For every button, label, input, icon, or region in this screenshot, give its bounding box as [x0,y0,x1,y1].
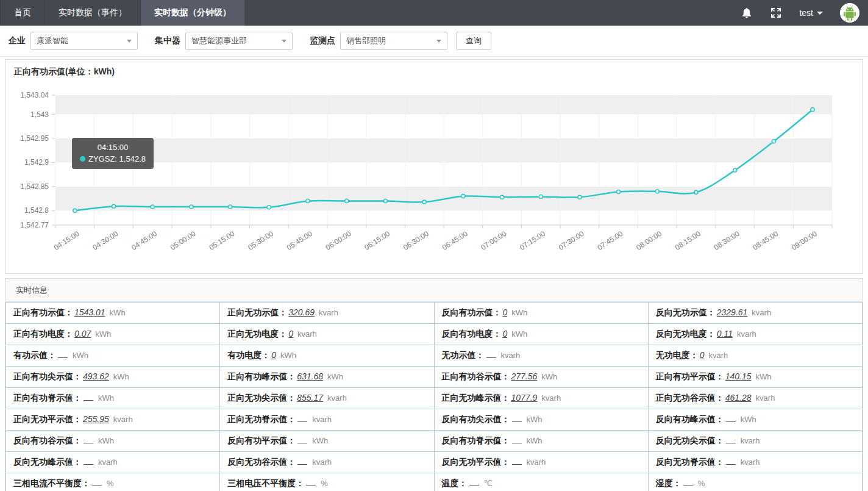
metric-value-link[interactable]: 0 [503,329,508,339]
metric-label: 正向有功电度： [13,329,73,339]
metric-value-link[interactable]: 0 [700,350,705,360]
metric-label: 无功电度： [656,350,699,360]
enterprise-selected-value: 康派智能 [37,35,68,46]
svg-text:06:30:00: 06:30:00 [402,229,430,252]
svg-text:06:15:00: 06:15:00 [363,229,391,252]
metric-cell: 无功电度：0kvarh [648,345,862,367]
metric-unit: kWh [73,351,88,360]
metric-label: 反向有功平示值： [227,435,296,445]
metric-missing-dash [84,457,93,465]
metric-cell: 反向无功平示值：kvarh [434,452,648,473]
navbar-right: test [741,0,868,26]
metric-cell: 温度：℃ [434,473,648,491]
metric-value-link[interactable]: 1543.01 [74,307,105,317]
metric-value-link[interactable]: 0.07 [74,329,91,339]
svg-text:06:45:00: 06:45:00 [441,229,469,252]
monitor-point-select[interactable]: 销售部照明 [340,32,447,50]
fullscreen-icon[interactable] [770,7,782,19]
svg-text:1,543.04: 1,543.04 [20,91,49,99]
metric-unit: kWh [511,329,527,339]
metric-unit: kWh [280,351,296,360]
monitor-point-label: 监测点 [310,35,335,46]
svg-text:1,542.95: 1,542.95 [20,134,49,143]
metric-value-link[interactable]: 255.95 [83,414,109,424]
metric-value-link[interactable]: 1077.9 [511,393,538,403]
metric-missing-dash [486,350,496,358]
metric-label: 温度： [442,478,468,488]
metric-value-link[interactable]: 493.62 [83,371,109,381]
metric-unit: kvarh [319,308,338,317]
metric-value-link[interactable]: 277.56 [511,371,538,381]
table-row: 正向有功电度：0.07kWh正向无功电度：0kvarh反向有功电度：0kWh反向… [6,324,863,345]
svg-text:08:00:00: 08:00:00 [635,229,663,252]
metric-missing-dash [306,478,316,486]
metric-unit: kvarh [741,457,760,467]
query-button[interactable]: 查询 [456,32,491,50]
metric-cell: 有功电度：0kWh [220,345,434,367]
metric-cell: 湿度：% [648,473,862,491]
chevron-down-icon [817,12,823,15]
metric-label: 反向无功平示值： [442,457,510,467]
metric-missing-dash [297,457,307,465]
metric-unit: kvarh [737,329,756,339]
metric-value-link[interactable]: 461.28 [725,393,752,403]
metric-unit: kWh [756,372,772,381]
metric-label: 正向无功平示值： [13,414,82,424]
nav-tab-2[interactable]: 实时数据（分钟级） [141,0,245,26]
avatar[interactable] [840,3,859,23]
svg-text:07:00:00: 07:00:00 [479,229,508,252]
realtime-info-panel: 实时信息 正向有功示值：1543.01kWh正向无功示值：320.69kvarh… [5,278,863,491]
metric-label: 反向无功脊示值： [656,457,724,467]
metric-missing-dash [469,478,479,486]
metric-unit: kvarh [312,457,332,467]
metric-unit: % [321,479,328,488]
metric-label: 正向有功峰示值： [227,371,296,381]
metric-missing-dash [726,457,736,465]
metric-cell: 正向有功尖示值：493.62kWh [6,367,220,388]
metric-missing-dash [726,414,736,422]
metric-cell: 反向无功谷示值：kvarh [220,452,434,473]
metric-value-link[interactable]: 0 [288,329,293,339]
metric-unit: % [107,479,114,488]
chart-svg[interactable]: 1,543.041,5431,542.951,542.91,542.851,54… [5,80,863,264]
enterprise-select[interactable]: 康派智能 [30,32,138,50]
metric-value-link[interactable]: 0.11 [717,329,733,339]
concentrator-select[interactable]: 智慧能源事业部 [185,32,293,50]
nav-tabs: 首页实时数据（事件）实时数据（分钟级） [0,0,245,26]
table-row: 反向无功峰示值：kvarh反向无功谷示值：kvarh反向无功平示值：kvarh反… [6,452,863,473]
metric-value-link[interactable]: 631.68 [297,371,323,381]
nav-tab-0[interactable]: 首页 [0,0,45,26]
metric-label: 正向无功尖示值： [227,393,296,403]
metric-cell: 正向有功电度：0.07kWh [6,324,220,345]
metric-unit: kvarh [752,308,771,317]
svg-text:1,542.85: 1,542.85 [20,182,49,191]
filter-bar: 企业 康派智能 集中器 智慧能源事业部 监测点 销售部照明 查询 [0,26,868,57]
metric-value-link[interactable]: 0 [271,350,276,360]
svg-text:04:15:00: 04:15:00 [52,229,81,252]
metric-label: 正向有功尖示值： [13,371,82,381]
metric-label: 有功电度： [227,350,270,360]
metric-value-link[interactable]: 320.69 [288,307,315,317]
metric-missing-dash [58,350,68,358]
nav-tab-1[interactable]: 实时数据（事件） [45,0,141,26]
svg-text:1,542.8: 1,542.8 [24,206,49,215]
metric-value-link[interactable]: 2329.61 [717,307,748,317]
metric-cell: 反向有功谷示值：kWh [6,431,220,452]
metric-value-link[interactable]: 855.17 [297,393,323,403]
metric-cell: 正向有功平示值：140.15kWh [648,367,862,388]
metric-label: 反向无功谷示值： [227,457,296,467]
username: test [799,8,813,18]
metric-cell: 三相电压不平衡度：% [220,473,434,491]
user-menu[interactable]: test [799,8,823,18]
metric-unit: kvarh [327,393,347,403]
bell-icon[interactable] [741,7,753,19]
metric-value-link[interactable]: 140.15 [725,371,752,381]
metric-cell: 无功示值：kvarh [434,345,648,367]
svg-text:1,542.9: 1,542.9 [24,158,49,167]
metric-label: 反向有功谷示值： [13,435,82,445]
svg-text:05:00:00: 05:00:00 [169,229,197,252]
metric-value-link[interactable]: 0 [503,307,508,317]
metric-unit: kvarh [541,393,561,403]
svg-text:07:30:00: 07:30:00 [557,229,586,252]
table-row: 正向有功尖示值：493.62kWh正向有功峰示值：631.68kWh正向有功谷示… [6,367,863,388]
